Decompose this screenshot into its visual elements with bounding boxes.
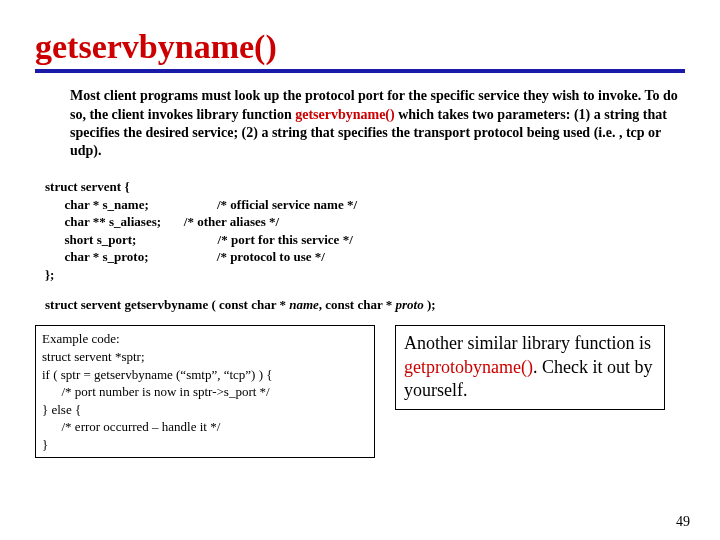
prototype-lead: struct servent getservbyname ( const cha… — [45, 297, 289, 312]
function-prototype: struct servent getservbyname ( const cha… — [45, 297, 685, 313]
intro-function-name: getservbyname() — [295, 107, 395, 122]
intro-paragraph: Most client programs must look up the pr… — [70, 87, 685, 160]
bottom-row: Example code: struct servent *sptr; if (… — [35, 325, 685, 458]
prototype-arg-proto: proto — [396, 297, 427, 312]
prototype-mid: , const char * — [319, 297, 396, 312]
prototype-end: ); — [427, 297, 436, 312]
slide-title: getservbyname() — [35, 28, 685, 65]
struct-definition: struct servent { char * s_name; /* offic… — [45, 178, 685, 283]
note-function-name: getprotobyname() — [404, 357, 533, 377]
prototype-arg-name: name — [289, 297, 319, 312]
slide: getservbyname() Most client programs mus… — [0, 0, 720, 458]
title-underline — [35, 69, 685, 73]
example-code-box: Example code: struct servent *sptr; if (… — [35, 325, 375, 458]
note-box: Another similar library function is getp… — [395, 325, 665, 409]
note-prefix: Another similar library function is — [404, 333, 651, 353]
page-number: 49 — [676, 514, 690, 530]
